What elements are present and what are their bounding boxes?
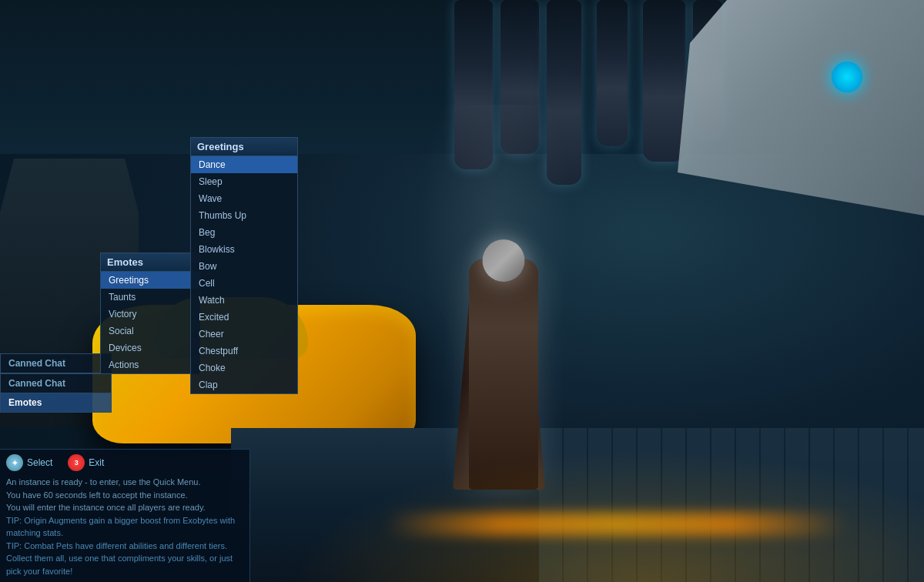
exit-number: 3 [75, 459, 79, 467]
emotes-item-greetings[interactable]: Greetings [101, 272, 199, 289]
greetings-item-cheer[interactable]: Cheer [191, 326, 297, 343]
hud-msg-2: You have 60 seconds left to accept the i… [6, 489, 243, 502]
char-head [483, 239, 525, 282]
greetings-item-bow[interactable]: Bow [191, 258, 297, 275]
emotes-panel-header: Emotes [101, 253, 199, 272]
hud-tip-1: TIP: Origin Augments gain a bigger boost… [6, 514, 243, 540]
tab-canned-chat-1[interactable]: Canned Chat [0, 353, 112, 373]
greetings-item-clap[interactable]: Clap [191, 376, 297, 393]
emotes-item-actions[interactable]: Actions [101, 356, 199, 373]
hud-messages: An instance is ready - to enter, use the… [6, 476, 243, 577]
lamp-4 [597, 0, 628, 146]
lamp-1 [454, 0, 493, 169]
greetings-item-dance[interactable]: Dance [191, 156, 297, 173]
lamp-5 [643, 0, 685, 162]
bg-floor-glow [231, 428, 924, 582]
hud-msg-3: You will enter the instance once all pla… [6, 501, 243, 514]
emotes-item-taunts[interactable]: Taunts [101, 289, 199, 306]
tab-emotes[interactable]: Emotes [0, 393, 112, 413]
hud-tip-2: TIP: Combat Pets have different abilitie… [6, 540, 243, 578]
greetings-panel-header: Greetings [191, 138, 297, 156]
greetings-item-beg[interactable]: Beg [191, 224, 297, 241]
exit-button[interactable]: 3 Exit [68, 454, 104, 471]
left-tabs: Canned Chat Canned Chat Emotes [0, 353, 112, 413]
exit-label: Exit [89, 457, 104, 468]
exit-icon: 3 [68, 454, 85, 471]
emotes-item-devices[interactable]: Devices [101, 340, 199, 356]
greetings-item-chestpuff[interactable]: Chestpuff [191, 343, 297, 360]
bottom-hud: ✦ Select 3 Exit An instance is ready - t… [0, 449, 250, 582]
hud-msg-1: An instance is ready - to enter, use the… [6, 476, 243, 489]
greetings-panel: Greetings Dance Sleep Wave Thumbs Up Beg… [190, 137, 298, 394]
emotes-panel: Emotes Greetings Taunts Victory Social D… [100, 253, 200, 374]
greetings-item-excited[interactable]: Excited [191, 309, 297, 326]
tab-canned-chat-2[interactable]: Canned Chat [0, 373, 112, 393]
greetings-item-watch[interactable]: Watch [191, 292, 297, 309]
robot-eye [832, 62, 862, 92]
greetings-item-thumbsup[interactable]: Thumbs Up [191, 207, 297, 224]
hud-controls: ✦ Select 3 Exit [6, 454, 243, 471]
greetings-item-sleep[interactable]: Sleep [191, 173, 297, 190]
greetings-item-choke[interactable]: Choke [191, 360, 297, 376]
greetings-item-cell[interactable]: Cell [191, 275, 297, 292]
select-icon: ✦ [6, 454, 23, 471]
select-button[interactable]: ✦ Select [6, 454, 52, 471]
emotes-item-social[interactable]: Social [101, 323, 199, 340]
select-label: Select [27, 457, 52, 468]
emotes-item-victory[interactable]: Victory [101, 306, 199, 323]
lamp-2 [500, 0, 539, 154]
lamp-3 [547, 0, 581, 185]
greetings-item-wave[interactable]: Wave [191, 190, 297, 207]
greetings-item-blowkiss[interactable]: Blowkiss [191, 241, 297, 258]
